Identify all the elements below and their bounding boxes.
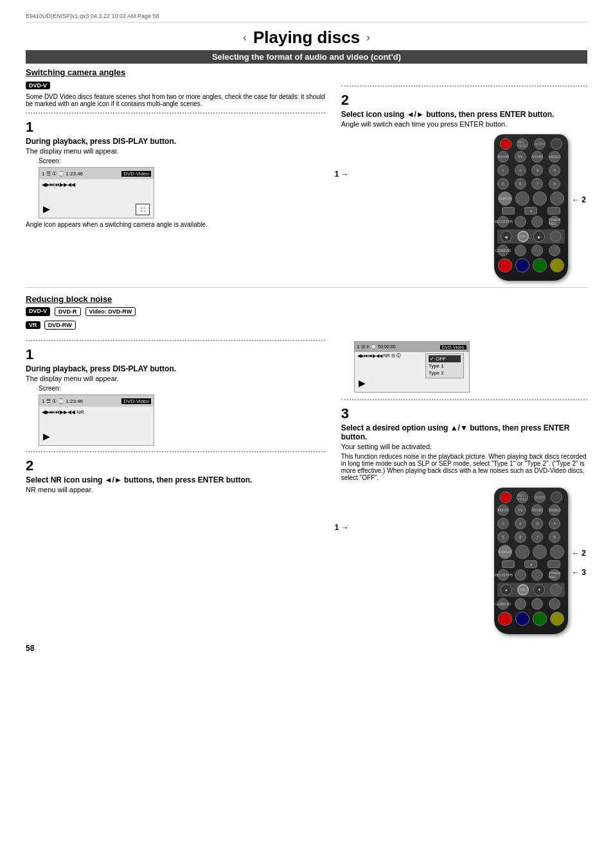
screen-play-icon: ▶ [43,204,50,214]
badge-dvdr: DVD-R [55,307,81,316]
remote1: REC VIDEO AUDIO PDVR TV VCRD VIDEO 1 [494,134,568,281]
section-divider [26,287,587,288]
remote1-wrapper: 1 → ← 2 REC VIDEO AUDIO [341,134,568,281]
badge-dvdv2: DVD-V [26,307,50,316]
remote2-label1: 1 → [335,523,349,532]
remote2-wrapper: 1 → ← 2 ← 3 REC VIDEO AUDIO [341,488,568,634]
remote1-label2: ← 2 [572,195,586,204]
screen-menu-wrapper: 1 ☰ ① ⌚ 50:00:00 DVD-Video ◀▶⏭⏮▶◀◀ NR ☰ … [341,341,587,393]
top-bar-text: E9410UD(EN/SP)v1.qx3 04.3.22 10:02 AM Pa… [26,13,159,19]
remote2-label2: ← 2 [572,549,586,558]
s2-step1-label: During playback, press DIS-PLAY button. [26,364,325,373]
screen-inner-1: 1 ☰ ① ⌚ 1:23:46 DVD-Video [39,168,154,179]
s2-step2-number: 2 [26,457,325,474]
main-title: Playing discs [253,28,360,48]
screen-icon-row: ◀▶⏭⏮▶▶◀◀ [39,181,154,189]
divider2 [341,85,587,87]
angle-note: Angle icon appears when a switching came… [26,221,325,228]
step1-screen-label: Screen: [39,157,325,164]
r-power-btn [500,138,511,150]
angle-icon-mock: ⛶ [136,204,150,215]
divider4 [26,451,325,452]
r2-display-btn: DISPLAY [498,545,512,559]
section-switching-angles: Switching camera angles DVD-V Some DVD V… [26,67,587,281]
badge-dvdrw-video: Video: DVD-RW [85,307,136,316]
section2-left: 1 During playback, press DIS-PLAY button… [26,335,335,634]
s2-step1-desc: The display menu will appear. [26,375,325,382]
screen3-play-icon: ▶ [359,378,366,388]
subtitle-bar: Selecting the format of audio and video … [26,50,587,64]
section2-right: 1 ☰ ① ⌚ 50:00:00 DVD-Video ◀▶⏭⏮▶◀◀ NR ☰ … [335,335,587,634]
s2-step2-label: Select NR icon using ◄/► buttons, then p… [26,475,325,484]
menu-item-type1: Type 1 [429,362,461,369]
s2-step1-number: 1 [26,346,325,363]
remote2: REC VIDEO AUDIO PDVR TV VCRD VIDEO 1 [494,488,568,634]
remote1-label1: 1 → [335,170,349,179]
step2-desc: Angle will switch each time you press EN… [341,120,587,128]
section1-intro: Some DVD Video discs feature scenes shot… [26,93,325,107]
step2-number: 2 [341,92,587,109]
top-bar: E9410UD(EN/SP)v1.qx3 04.3.22 10:02 AM Pa… [26,13,587,22]
badge-vr: VR [26,321,40,329]
s2-screen-label: Screen: [39,385,325,392]
r-display-btn: DISPLAY [498,191,512,206]
badge-dvdrw-vr: DVD-RW [44,321,76,330]
divider5 [341,399,587,400]
step1-label: During playback, press DIS-PLAY button. [26,137,325,146]
badge-dvdv: DVD-V [26,82,50,89]
menu-item-off: ✓ OFF [429,355,461,362]
screen2-play-icon: ▶ [43,431,50,441]
s2-step3-label: Select a desired option using ▲/▼ button… [341,423,587,441]
screen-mock-2: 1 ☰ ① ⌚ 1:23:46 DVD-Video ◀▶⏭⏮▶▶◀◀ NR ▶ [39,394,154,446]
title-section: ‹ Playing discs › [26,28,587,48]
step1-desc: The display menu will appear. [26,147,325,155]
screen-top-bar: 1 ☰ ① ⌚ 50:00:00 DVD-Video [355,342,469,352]
s2-step2-desc: NR menu will appear. [26,486,325,493]
section1-right: 2 Select icon using ◄/► buttons, then pr… [335,80,587,281]
s2-step3-detail: This function reduces noise in the playb… [341,453,587,481]
screen-mock-menu: 1 ☰ ① ⌚ 50:00:00 DVD-Video ◀▶⏭⏮▶◀◀ NR ☰ … [354,341,470,393]
section2-badges: DVD-V DVD-R Video: DVD-RW [26,307,587,316]
screen2-icon-row: ◀▶⏭⏮▶▶◀◀ NR [39,408,154,416]
section1-title: Switching camera angles [26,67,587,77]
divider1 [26,112,325,114]
page-number: 58 [26,644,587,653]
page-container: E9410UD(EN/SP)v1.qx3 04.3.22 10:02 AM Pa… [0,0,613,868]
step2-label: Select icon using ◄/► buttons, then pres… [341,110,587,119]
step1-number: 1 [26,119,325,136]
s2-step3-desc: Your setting will be activated. [341,443,587,450]
section2-title: Reducing block noise [26,294,587,304]
section1-left: DVD-V Some DVD Video discs feature scene… [26,80,335,281]
menu-item-type2: Type 2 [429,369,461,376]
screen-mock-1: 1 ☰ ① ⌚ 1:23:46 DVD-Video ◀▶⏭⏮▶▶◀◀ ▶ ⛶ [39,167,154,218]
section-reducing-noise: Reducing block noise DVD-V DVD-R Video: … [26,294,587,634]
screen-inner-2: 1 ☰ ① ⌚ 1:23:46 DVD-Video [39,395,154,407]
divider3 [26,340,325,341]
nr-menu-box: ✓ OFF Type 1 Type 2 [425,353,464,378]
subtitle-text: Selecting the format of audio and video … [212,52,401,62]
remote2-label3: ← 3 [572,568,586,577]
s2-step3-number: 3 [341,405,587,422]
